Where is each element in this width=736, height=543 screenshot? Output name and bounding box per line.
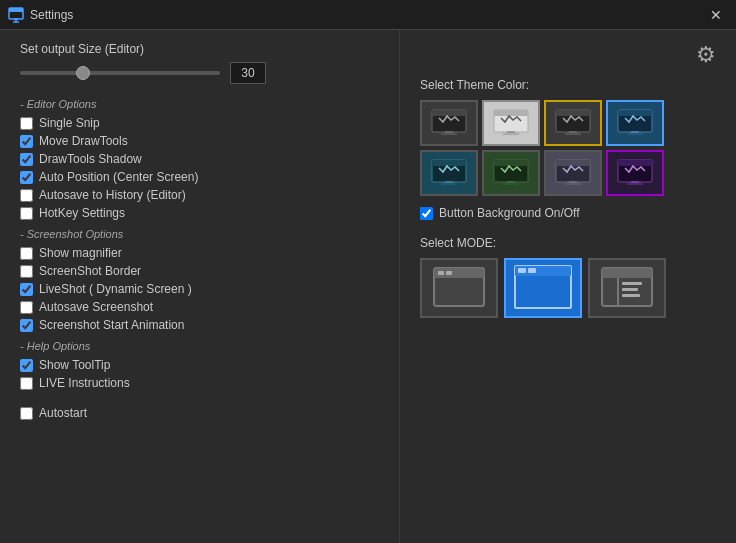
checkbox-move-drawtools[interactable]: Move DrawTools (20, 134, 379, 148)
output-size-slider[interactable] (20, 71, 220, 75)
checkbox-show-magnifier-input[interactable] (20, 247, 33, 260)
left-panel: Set output Size (Editor) 30 - Editor Opt… (0, 30, 400, 543)
svg-rect-47 (602, 268, 652, 278)
svg-rect-50 (622, 288, 638, 291)
theme-button-teal[interactable] (420, 150, 478, 196)
checkbox-screenshot-border-input[interactable] (20, 265, 33, 278)
mode-button-fullscreen[interactable] (504, 258, 582, 318)
svg-rect-8 (441, 133, 457, 135)
svg-rect-27 (494, 160, 528, 166)
svg-rect-6 (432, 110, 466, 116)
checkbox-autosave-screenshot-input[interactable] (20, 301, 33, 314)
svg-rect-44 (518, 268, 526, 273)
theme-button-gold[interactable] (544, 100, 602, 146)
checkbox-auto-position-input[interactable] (20, 171, 33, 184)
svg-rect-25 (441, 183, 457, 185)
checkbox-show-tooltip[interactable]: Show ToolTip (20, 358, 379, 372)
editor-options-header: - Editor Options (20, 98, 379, 110)
checkbox-screenshot-border[interactable]: ScreenShot Border (20, 264, 379, 278)
mode-grid (420, 258, 716, 318)
checkbox-liveshot-label: LiveShot ( Dynamic Screen ) (39, 282, 192, 296)
mode-window-icon (432, 266, 486, 311)
svg-rect-13 (503, 133, 519, 135)
theme-button-purple[interactable] (606, 150, 664, 196)
checkbox-show-tooltip-input[interactable] (20, 359, 33, 372)
button-bg-checkbox[interactable] (420, 207, 433, 220)
svg-rect-17 (565, 133, 581, 135)
checkbox-hotkey-settings-input[interactable] (20, 207, 33, 220)
theme-button-dark[interactable] (420, 100, 478, 146)
svg-rect-11 (494, 110, 528, 116)
svg-rect-45 (528, 268, 536, 273)
checkbox-move-drawtools-label: Move DrawTools (39, 134, 128, 148)
svg-rect-19 (618, 110, 652, 116)
checkbox-auto-position-label: Auto Position (Center Screen) (39, 170, 198, 184)
svg-rect-37 (627, 183, 643, 185)
checkbox-drawtools-shadow[interactable]: DrawTools Shadow (20, 152, 379, 166)
gear-row: ⚙ (420, 42, 716, 68)
checkbox-autostart-input[interactable] (20, 407, 33, 420)
right-panel: ⚙ Select Theme Color: (400, 30, 736, 543)
checkbox-screenshot-start-animation[interactable]: Screenshot Start Animation (20, 318, 379, 332)
checkbox-liveshot-input[interactable] (20, 283, 33, 296)
output-size-label: Set output Size (Editor) (20, 42, 379, 56)
window-title: Settings (30, 8, 704, 22)
checkbox-screenshot-start-animation-input[interactable] (20, 319, 33, 332)
mode-label: Select MODE: (420, 236, 716, 250)
svg-rect-31 (556, 160, 590, 166)
checkbox-autosave-history-label: Autosave to History (Editor) (39, 188, 186, 202)
checkbox-screenshot-start-animation-label: Screenshot Start Animation (39, 318, 184, 332)
checkbox-screenshot-border-label: ScreenShot Border (39, 264, 141, 278)
theme-button-green[interactable] (482, 150, 540, 196)
checkbox-auto-position[interactable]: Auto Position (Center Screen) (20, 170, 379, 184)
svg-rect-23 (432, 160, 466, 166)
title-bar: Settings ✕ (0, 0, 736, 30)
checkbox-live-instructions[interactable]: LIVE Instructions (20, 376, 379, 390)
svg-rect-29 (503, 183, 519, 185)
checkbox-single-snip-input[interactable] (20, 117, 33, 130)
svg-rect-49 (622, 282, 642, 285)
help-options-header: - Help Options (20, 340, 379, 352)
checkbox-autosave-screenshot[interactable]: Autosave Screenshot (20, 300, 379, 314)
svg-rect-21 (627, 133, 643, 135)
slider-row: 30 (20, 62, 379, 84)
close-button[interactable]: ✕ (704, 6, 728, 24)
theme-color-label: Select Theme Color: (420, 78, 716, 92)
mode-side-icon (600, 266, 654, 311)
checkbox-move-drawtools-input[interactable] (20, 135, 33, 148)
svg-rect-35 (618, 160, 652, 166)
checkbox-autostart[interactable]: Autostart (20, 406, 379, 420)
checkbox-show-magnifier[interactable]: Show magnifier (20, 246, 379, 260)
mode-button-window[interactable] (420, 258, 498, 318)
app-icon (8, 7, 24, 23)
theme-button-gray[interactable] (544, 150, 602, 196)
checkbox-live-instructions-label: LIVE Instructions (39, 376, 130, 390)
checkbox-hotkey-settings[interactable]: HotKey Settings (20, 206, 379, 220)
checkbox-hotkey-settings-label: HotKey Settings (39, 206, 125, 220)
mode-button-side[interactable] (588, 258, 666, 318)
checkbox-autostart-label: Autostart (39, 406, 87, 420)
checkbox-drawtools-shadow-input[interactable] (20, 153, 33, 166)
svg-rect-41 (446, 271, 452, 275)
screenshot-options-header: - Screenshot Options (20, 228, 379, 240)
checkbox-drawtools-shadow-label: DrawTools Shadow (39, 152, 142, 166)
checkbox-liveshot[interactable]: LiveShot ( Dynamic Screen ) (20, 282, 379, 296)
svg-rect-1 (9, 8, 23, 12)
checkbox-show-tooltip-label: Show ToolTip (39, 358, 110, 372)
theme-grid (420, 100, 716, 196)
svg-rect-51 (622, 294, 640, 297)
checkbox-autosave-screenshot-label: Autosave Screenshot (39, 300, 153, 314)
button-bg-label: Button Background On/Off (439, 206, 580, 220)
main-container: Set output Size (Editor) 30 - Editor Opt… (0, 30, 736, 543)
theme-button-light[interactable] (482, 100, 540, 146)
checkbox-autosave-history[interactable]: Autosave to History (Editor) (20, 188, 379, 202)
checkbox-single-snip[interactable]: Single Snip (20, 116, 379, 130)
button-bg-row: Button Background On/Off (420, 206, 716, 220)
checkbox-autosave-history-input[interactable] (20, 189, 33, 202)
settings-gear-icon[interactable]: ⚙ (696, 42, 716, 68)
svg-rect-40 (438, 271, 444, 275)
theme-button-blue[interactable] (606, 100, 664, 146)
checkbox-single-snip-label: Single Snip (39, 116, 100, 130)
mode-fullscreen-icon (514, 265, 572, 312)
checkbox-live-instructions-input[interactable] (20, 377, 33, 390)
